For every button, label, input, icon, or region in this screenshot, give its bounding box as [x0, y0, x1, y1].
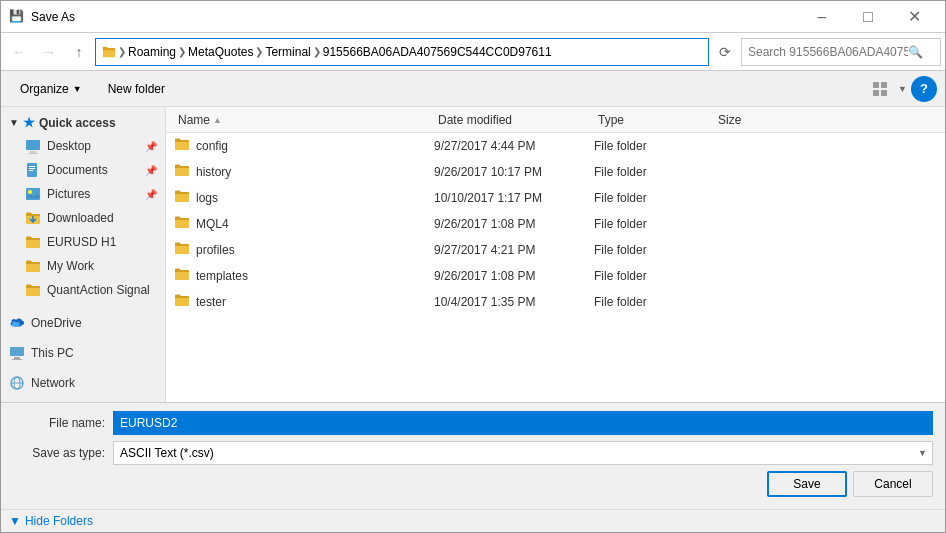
title-bar-controls: – □ ✕ — [799, 1, 937, 33]
table-row[interactable]: config 9/27/2017 4:44 PM File folder — [166, 133, 945, 159]
sidebar-item-my-work[interactable]: My Work — [1, 254, 165, 278]
refresh-button[interactable]: ⟳ — [711, 38, 739, 66]
file-date: 9/27/2017 4:44 PM — [434, 139, 594, 153]
svg-rect-20 — [12, 359, 22, 360]
svg-rect-5 — [26, 140, 40, 150]
new-folder-button[interactable]: New folder — [97, 76, 176, 102]
col-header-size[interactable]: Size — [714, 107, 794, 132]
path-terminal: Terminal — [265, 45, 310, 59]
file-rows-container: config 9/27/2017 4:44 PM File folder his… — [166, 133, 945, 315]
sidebar-onedrive-section: OneDrive — [1, 310, 165, 336]
file-date: 9/26/2017 1:08 PM — [434, 217, 594, 231]
help-button[interactable]: ? — [911, 76, 937, 102]
file-list-header: Name ▲ Date modified Type Size — [166, 107, 945, 133]
search-box[interactable]: 🔍 — [741, 38, 941, 66]
sidebar-item-downloaded[interactable]: Downloaded — [1, 206, 165, 230]
sidebar-item-thispc[interactable]: This PC — [1, 340, 165, 366]
svg-rect-7 — [28, 153, 38, 154]
sidebar-item-onedrive[interactable]: OneDrive — [1, 310, 165, 336]
sidebar-item-eurusd-h1[interactable]: EURUSD H1 — [1, 230, 165, 254]
pictures-label: Pictures — [47, 187, 90, 201]
folder-icon — [174, 162, 190, 181]
file-type: File folder — [594, 295, 714, 309]
svg-rect-12 — [26, 188, 40, 200]
desktop-pin-icon: 📌 — [145, 141, 157, 152]
sidebar-thispc-section: This PC — [1, 340, 165, 366]
table-row[interactable]: profiles 9/27/2017 4:21 PM File folder — [166, 237, 945, 263]
organize-button[interactable]: Organize ▼ — [9, 76, 93, 102]
file-name: logs — [196, 191, 218, 205]
pictures-pin-icon: 📌 — [145, 189, 157, 200]
close-button[interactable]: ✕ — [891, 1, 937, 33]
svg-rect-10 — [29, 168, 35, 169]
minimize-button[interactable]: – — [799, 1, 845, 33]
thispc-icon — [9, 345, 25, 361]
svg-rect-1 — [873, 82, 879, 88]
sidebar-item-documents[interactable]: Documents 📌 — [1, 158, 165, 182]
cancel-button[interactable]: Cancel — [853, 471, 933, 497]
toolbar: Organize ▼ New folder ▼ ? — [1, 71, 945, 107]
file-date: 10/4/2017 1:35 PM — [434, 295, 594, 309]
svg-rect-9 — [29, 166, 35, 167]
file-name: config — [196, 139, 228, 153]
col-header-type[interactable]: Type — [594, 107, 714, 132]
file-name: tester — [196, 295, 226, 309]
address-path[interactable]: ❯ Roaming ❯ MetaQuotes ❯ Terminal ❯ 9155… — [95, 38, 709, 66]
filename-row: File name: — [13, 411, 933, 435]
sidebar-quick-access-header[interactable]: ▼ ★ Quick access — [1, 111, 165, 134]
window-icon: 💾 — [9, 9, 25, 25]
table-row[interactable]: MQL4 9/26/2017 1:08 PM File folder — [166, 211, 945, 237]
folder-icon — [174, 266, 190, 285]
title-bar: 💾 Save As – □ ✕ — [1, 1, 945, 33]
file-date: 10/10/2017 1:17 PM — [434, 191, 594, 205]
documents-pin-icon: 📌 — [145, 165, 157, 176]
view-button[interactable] — [866, 76, 894, 102]
file-type: File folder — [594, 191, 714, 205]
sidebar-item-desktop[interactable]: Desktop 📌 — [1, 134, 165, 158]
save-button[interactable]: Save — [767, 471, 847, 497]
sidebar-network-section: Network — [1, 370, 165, 396]
form-buttons: Save Cancel — [13, 471, 933, 497]
file-type: File folder — [594, 217, 714, 231]
eurusd-h1-icon — [25, 234, 41, 250]
path-metaquotes: MetaQuotes — [188, 45, 253, 59]
file-type: File folder — [594, 243, 714, 257]
table-row[interactable]: templates 9/26/2017 1:08 PM File folder — [166, 263, 945, 289]
sidebar-item-network[interactable]: Network — [1, 370, 165, 396]
organize-dropdown-icon: ▼ — [73, 84, 82, 94]
documents-label: Documents — [47, 163, 108, 177]
table-row[interactable]: history 9/26/2017 10:17 PM File folder — [166, 159, 945, 185]
col-header-date[interactable]: Date modified — [434, 107, 594, 132]
save-as-dialog: 💾 Save As – □ ✕ ← → ↑ ❯ Roaming ❯ MetaQu… — [0, 0, 946, 533]
hide-folders-toggle[interactable]: ▼ Hide Folders — [1, 509, 945, 532]
onedrive-icon — [9, 315, 25, 331]
folder-icon — [174, 136, 190, 155]
main-content: ▼ ★ Quick access Desktop 📌 Documents 📌 — [1, 107, 945, 402]
svg-rect-3 — [873, 90, 879, 96]
file-type: File folder — [594, 165, 714, 179]
col-header-name[interactable]: Name ▲ — [174, 107, 434, 132]
filetype-select[interactable]: ASCII Text (*.csv) — [113, 441, 933, 465]
quick-access-label: Quick access — [39, 116, 116, 130]
svg-rect-11 — [29, 170, 33, 171]
address-bar: ← → ↑ ❯ Roaming ❯ MetaQuotes ❯ Terminal … — [1, 33, 945, 71]
search-input[interactable] — [748, 45, 908, 59]
sort-arrow-icon: ▲ — [213, 115, 222, 125]
table-row[interactable]: logs 10/10/2017 1:17 PM File folder — [166, 185, 945, 211]
forward-button[interactable]: → — [35, 38, 63, 66]
maximize-button[interactable]: □ — [845, 1, 891, 33]
table-row[interactable]: tester 10/4/2017 1:35 PM File folder — [166, 289, 945, 315]
filetype-select-wrapper: ASCII Text (*.csv) — [113, 441, 933, 465]
sidebar-item-pictures[interactable]: Pictures 📌 — [1, 182, 165, 206]
folder-icon — [174, 188, 190, 207]
back-button[interactable]: ← — [5, 38, 33, 66]
file-name: history — [196, 165, 231, 179]
file-list[interactable]: Name ▲ Date modified Type Size — [166, 107, 945, 402]
downloaded-icon — [25, 210, 41, 226]
filename-input[interactable] — [113, 411, 933, 435]
up-button[interactable]: ↑ — [65, 38, 93, 66]
sidebar-item-quantaction[interactable]: QuantAction Signal — [1, 278, 165, 302]
new-folder-label: New folder — [108, 82, 165, 96]
svg-rect-18 — [10, 347, 24, 356]
path-folder-icon — [102, 45, 116, 59]
